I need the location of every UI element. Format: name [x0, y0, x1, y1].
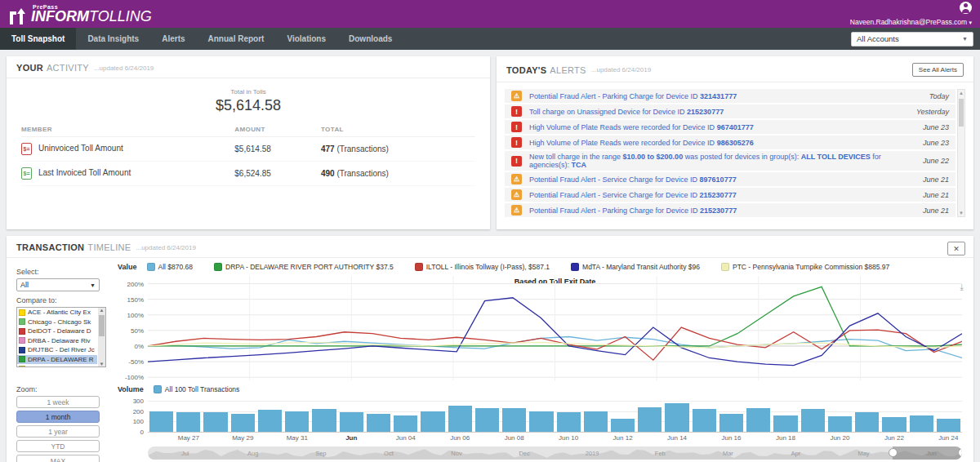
volume-bar[interactable]	[557, 412, 581, 432]
volume-bar[interactable]	[828, 416, 852, 432]
volume-bar[interactable]	[529, 411, 553, 432]
user-avatar-icon[interactable]	[960, 2, 972, 14]
x-axis-tick: Jun 14	[667, 434, 687, 442]
value-line-chart[interactable]: Based on Toll Exit Date 200%150%100%50%0…	[148, 276, 962, 380]
volume-bar[interactable]	[638, 407, 662, 432]
y-axis-tick: 100%	[127, 312, 144, 319]
table-row[interactable]: $=Last Invoiced Toll Amount$6,524.85490 …	[21, 162, 475, 186]
compare-item[interactable]: FTE - Florida Tolls	[17, 364, 97, 367]
zoom-1-week-button[interactable]: 1 week	[16, 396, 100, 408]
alert-link[interactable]: New toll charge in the range $10.00 to $…	[529, 153, 916, 169]
volume-bar[interactable]	[937, 419, 960, 432]
volume-bar[interactable]	[502, 408, 526, 432]
volume-bar[interactable]	[312, 409, 336, 432]
legend-title: Value	[118, 263, 137, 271]
navigator-month-label: Apr	[791, 450, 801, 457]
compare-to-listbox[interactable]: ACE - Atlantic City ExChicago - Chicago …	[16, 307, 106, 367]
legend-item[interactable]: MdTA - Maryland Transit Authority $96	[571, 263, 700, 271]
transaction-timeline-panel: TRANSACTION TIMELINE ...updated 6/24/201…	[7, 236, 973, 462]
volume-bar[interactable]	[611, 419, 635, 432]
series-color-swatch	[19, 366, 25, 367]
navigator-month-label: 2019	[586, 450, 599, 457]
compare-item-label: ACE - Atlantic City Ex	[28, 309, 91, 316]
volume-bar[interactable]	[340, 412, 363, 432]
volume-bar[interactable]	[773, 415, 797, 432]
accounts-dropdown[interactable]: All Accounts ▼	[851, 32, 973, 47]
x-axis-tick: Jun 18	[776, 434, 795, 442]
series-color-swatch	[19, 309, 25, 316]
alert-link[interactable]: High Volume of Plate Reads were recorded…	[529, 139, 916, 147]
volume-bar[interactable]	[149, 411, 173, 432]
volume-bar[interactable]	[693, 409, 716, 432]
legend-item[interactable]: All $870.68	[147, 263, 194, 271]
alert-link[interactable]: Potential Fraud Alert - Service Charge f…	[529, 191, 916, 199]
compare-item-label: DRBA - Delaware Riv	[28, 337, 90, 344]
legend-item[interactable]: PTC - Pennsylvania Turnpike Commission $…	[721, 263, 889, 271]
volume-bar[interactable]	[855, 412, 879, 432]
legend-item[interactable]: All 100 Toll Transactions	[154, 385, 240, 393]
volume-bar[interactable]	[421, 411, 444, 432]
volume-bar[interactable]	[448, 406, 472, 432]
volume-bar-chart[interactable]: 3002001000	[148, 397, 962, 433]
nav-tab-toll-snapshot[interactable]: Toll Snapshot	[0, 28, 76, 50]
compare-item[interactable]: DRPA - DELAWARE R	[17, 355, 97, 365]
close-panel-button[interactable]: ✕	[947, 242, 965, 255]
volume-bar[interactable]	[203, 412, 227, 432]
alert-link[interactable]: High Volume of Plate Reads were recorded…	[529, 123, 916, 131]
zoom-1-month-button[interactable]: 1 month	[16, 411, 100, 423]
compare-item[interactable]: ACE - Atlantic City Ex	[17, 308, 97, 318]
alert-link[interactable]: Potential Fraud Alert - Service Charge f…	[529, 175, 916, 184]
volume-bar[interactable]	[801, 409, 825, 432]
volume-bar[interactable]	[746, 408, 770, 432]
volume-bar[interactable]	[367, 414, 390, 432]
volume-bar[interactable]	[882, 417, 906, 432]
zoom-1-year-button[interactable]: 1 year	[16, 425, 100, 438]
volume-bar[interactable]	[719, 414, 743, 432]
legend-item[interactable]: DRPA - DELAWARE RIVER PORT AUTHORITY $37…	[214, 263, 394, 271]
see-all-alerts-button[interactable]: See All Alerts	[912, 63, 964, 77]
volume-bar[interactable]	[285, 411, 309, 432]
zoom-max-button[interactable]: MAX	[16, 455, 100, 462]
scrollbar[interactable]: ▲▼	[98, 308, 105, 366]
alerts-list: ⚠Potential Fraud Alert - Parking Charge …	[505, 89, 965, 217]
warning-icon: ⚠	[511, 189, 522, 200]
nav-tab-alerts[interactable]: Alerts	[150, 28, 196, 50]
compare-item[interactable]: DRBA - Delaware Riv	[17, 336, 97, 346]
nav-tab-violations[interactable]: Violations	[275, 28, 337, 50]
alert-row: !New toll charge in the range $10.00 to …	[505, 151, 956, 171]
nav-tab-data-insights[interactable]: Data Insights	[76, 28, 150, 50]
x-axis-tick: Jun 20	[830, 434, 849, 442]
alert-link[interactable]: Toll charge on Unassigned Device for Dev…	[529, 108, 910, 116]
alert-link[interactable]: Potential Fraud Alert - Parking Charge f…	[529, 92, 923, 100]
volume-bar[interactable]	[910, 415, 933, 432]
user-email-menu[interactable]: Naveen.Radhakrishna@PrePass.com ▾	[850, 18, 972, 26]
volume-bar[interactable]	[258, 410, 282, 432]
amount-cell: $6,524.85	[234, 169, 321, 178]
compare-item[interactable]: DRJTBC - Del River Jc	[17, 345, 97, 355]
zoom-label: Zoom:	[16, 385, 111, 393]
y-axis-tick: 50%	[131, 327, 144, 335]
zoom-ytd-button[interactable]: YTD	[16, 440, 100, 452]
navigator-selected-range[interactable]	[893, 446, 962, 460]
x-axis-tick: Jun 04	[396, 434, 416, 442]
compare-item[interactable]: Chicago - Chicago Sk	[17, 318, 97, 327]
volume-bar[interactable]	[231, 414, 255, 432]
scrollbar[interactable]: ▲▼	[957, 89, 965, 217]
table-row[interactable]: $=Uninvoiced Toll Amount$5,614.58477 (Tr…	[21, 137, 475, 162]
nav-tab-annual-report[interactable]: Annual Report	[197, 28, 276, 50]
volume-bar[interactable]	[475, 408, 499, 432]
series-color-swatch	[721, 263, 729, 271]
agency-select[interactable]: All ▼	[16, 278, 100, 291]
y-axis-tick: 150%	[127, 296, 144, 304]
volume-bar[interactable]	[176, 412, 200, 432]
alert-link[interactable]: Potential Fraud Alert - Parking Charge f…	[529, 207, 916, 215]
compare-item[interactable]: DelDOT - Delaware D	[17, 327, 97, 336]
navigator-month-label: Feb	[655, 450, 666, 457]
timeline-navigator[interactable]: JulAugSepOctNovDec2019FebMarAprMayJun	[148, 446, 962, 460]
navigator-right-handle[interactable]	[958, 448, 962, 457]
volume-bar[interactable]	[665, 403, 688, 432]
volume-bar[interactable]	[394, 415, 417, 432]
nav-tab-downloads[interactable]: Downloads	[337, 28, 403, 50]
legend-item[interactable]: ILTOLL - Illinois Tollway (I-Pass), $587…	[415, 263, 550, 271]
volume-bar[interactable]	[584, 411, 608, 432]
